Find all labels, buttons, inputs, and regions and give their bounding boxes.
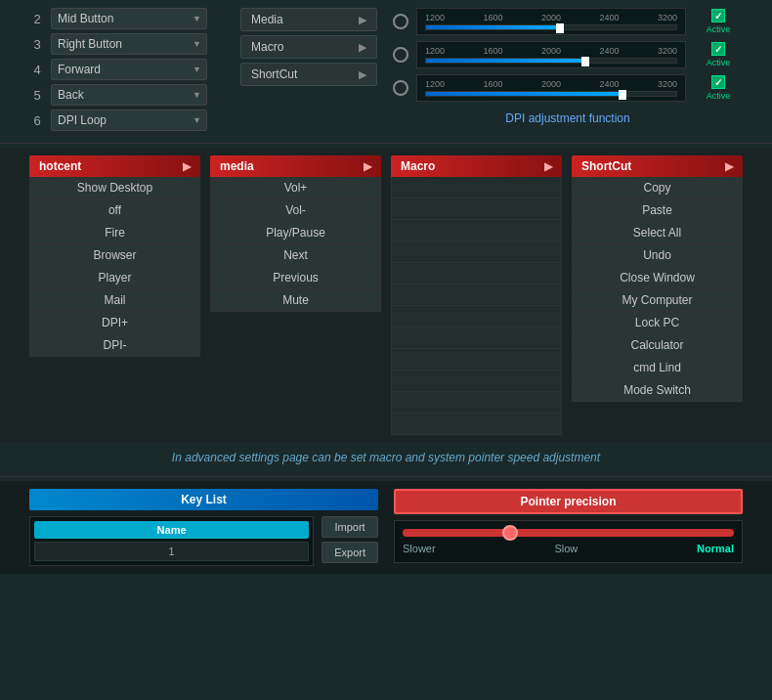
key-row-1[interactable]: 1 xyxy=(34,542,309,561)
dpi-slider-3[interactable]: 1200 1600 2000 2400 3200 xyxy=(416,74,686,102)
active-checkbox-1[interactable] xyxy=(711,9,725,22)
dpi-dot-2 xyxy=(393,47,408,63)
panel-media-header[interactable]: media ▶ xyxy=(210,155,381,177)
button-select-wrapper-5: Back xyxy=(51,84,207,106)
menu-item-player[interactable]: Player xyxy=(29,267,200,289)
button-select-6[interactable]: DPI Loop xyxy=(51,109,207,131)
macro-empty-2 xyxy=(391,198,562,220)
menu-item-next[interactable]: Next xyxy=(210,244,381,267)
menu-item-calculator[interactable]: Calculator xyxy=(572,334,743,357)
menu-item-cmd-lind[interactable]: cmd Lind xyxy=(572,357,743,379)
button-number-2: 2 xyxy=(29,12,45,26)
button-row-4: 4 Forward xyxy=(29,59,225,80)
panel-macro-header[interactable]: Macro ▶ xyxy=(391,155,562,177)
menu-item-dpi-minus[interactable]: DPI- xyxy=(29,334,200,357)
button-row-6: 6 DPI Loop xyxy=(29,109,225,131)
key-list-header: Key List xyxy=(29,489,378,510)
dpi-active-1: Active xyxy=(694,9,743,34)
shortcut-media-arrow: ▶ xyxy=(359,14,366,26)
pointer-panel: Pointer precision Slower Slow Normal xyxy=(394,489,743,566)
dpi-thumb-2[interactable] xyxy=(581,57,589,66)
dpi-row-3: 1200 1600 2000 2400 3200 Active xyxy=(393,74,743,102)
button-number-4: 4 xyxy=(29,63,45,77)
shortcut-macro-arrow: ▶ xyxy=(359,41,366,54)
active-label-2: Active xyxy=(707,58,731,67)
button-select-wrapper-4: Forward xyxy=(51,59,207,80)
macro-empty-4 xyxy=(391,241,562,263)
pointer-thumb[interactable] xyxy=(502,525,518,541)
panel-media-arrow: ▶ xyxy=(364,160,371,173)
dpi-slider-1[interactable]: 1200 1600 2000 2400 3200 xyxy=(416,8,686,35)
menu-item-vol-plus[interactable]: Vol+ xyxy=(210,177,381,199)
macro-empty-11 xyxy=(391,392,562,414)
menu-item-paste[interactable]: Paste xyxy=(572,199,743,222)
dpi-labels-1: 1200 1600 2000 2400 3200 xyxy=(425,13,677,22)
menu-item-browser[interactable]: Browser xyxy=(29,244,200,267)
button-select-3[interactable]: Right Button xyxy=(51,33,207,55)
key-list-panel: Key List Name 1 Import Export xyxy=(29,489,378,566)
menu-item-close-window[interactable]: Close Window xyxy=(572,267,743,289)
menu-item-show-desktop[interactable]: Show Desktop xyxy=(29,177,200,199)
dpi-fill-3 xyxy=(426,92,626,96)
dpi-fill-2 xyxy=(426,59,588,63)
key-actions: Import Export xyxy=(322,516,378,566)
macro-empty-8 xyxy=(391,328,562,349)
shortcut-shortcut[interactable]: ShortCut ▶ xyxy=(240,63,377,86)
menu-item-mail[interactable]: Mail xyxy=(29,289,200,312)
active-checkbox-2[interactable] xyxy=(711,42,725,56)
button-select-2[interactable]: Mid Button xyxy=(51,8,207,29)
menu-item-vol-minus[interactable]: Vol- xyxy=(210,199,381,222)
dpi-track-2 xyxy=(425,58,677,64)
dpi-active-2: Active xyxy=(694,42,743,67)
button-number-5: 5 xyxy=(29,88,45,103)
export-button[interactable]: Export xyxy=(322,542,378,563)
dpi-active-3: Active xyxy=(694,75,743,101)
active-checkbox-3[interactable] xyxy=(711,75,725,89)
dpi-thumb-3[interactable] xyxy=(619,90,626,100)
macro-empty-10 xyxy=(391,371,562,392)
pointer-slider-track[interactable] xyxy=(403,529,734,537)
key-name-header: Name xyxy=(34,521,309,539)
shortcut-shortcut-label: ShortCut xyxy=(251,67,297,81)
info-text: In advanced settings page can be set mac… xyxy=(0,443,772,472)
panel-shortcut-title: ShortCut xyxy=(581,159,631,173)
key-list-body: Name 1 Import Export xyxy=(29,516,378,566)
menu-item-my-computer[interactable]: My Computer xyxy=(572,289,743,312)
macro-empty-9 xyxy=(391,349,562,371)
macro-empty-5 xyxy=(391,263,562,284)
menu-item-select-all[interactable]: Select All xyxy=(572,222,743,244)
dpi-thumb-1[interactable] xyxy=(556,23,564,33)
macro-empty-12 xyxy=(391,414,562,435)
panel-media-title: media xyxy=(220,159,254,173)
button-select-wrapper-3: Right Button xyxy=(51,33,207,55)
import-button[interactable]: Import xyxy=(322,516,378,538)
button-list: 2 Mid Button 3 Right Button 4 Forward xyxy=(29,8,225,131)
button-select-4[interactable]: Forward xyxy=(51,59,207,80)
macro-empty-6 xyxy=(391,284,562,306)
menu-item-off[interactable]: off xyxy=(29,199,200,222)
dpi-labels-2: 1200 1600 2000 2400 3200 xyxy=(425,46,677,56)
panel-hotcent-title: hotcent xyxy=(39,159,81,173)
pointer-header: Pointer precision xyxy=(394,489,743,514)
pointer-body: Slower Slow Normal xyxy=(394,520,743,563)
menu-item-copy[interactable]: Copy xyxy=(572,177,743,199)
menu-item-play-pause[interactable]: Play/Pause xyxy=(210,222,381,244)
menu-item-previous[interactable]: Previous xyxy=(210,267,381,289)
menu-item-mute[interactable]: Mute xyxy=(210,289,381,312)
button-select-wrapper-2: Mid Button xyxy=(51,8,207,29)
macro-empty-3 xyxy=(391,220,562,241)
menu-item-mode-switch[interactable]: Mode Switch xyxy=(572,379,743,402)
menu-item-lock-pc[interactable]: Lock PC xyxy=(572,312,743,334)
shortcut-macro[interactable]: Macro ▶ xyxy=(240,35,377,59)
panel-macro: Macro ▶ xyxy=(391,155,562,435)
panel-hotcent: hotcent ▶ Show Desktop off Fire Browser … xyxy=(29,155,200,435)
menu-item-undo[interactable]: Undo xyxy=(572,244,743,267)
button-select-5[interactable]: Back xyxy=(51,84,207,106)
menu-item-fire[interactable]: Fire xyxy=(29,222,200,244)
macro-empty-7 xyxy=(391,306,562,328)
dpi-slider-2[interactable]: 1200 1600 2000 2400 3200 xyxy=(416,41,686,68)
shortcut-media[interactable]: Media ▶ xyxy=(240,8,377,31)
panel-hotcent-header[interactable]: hotcent ▶ xyxy=(29,155,200,177)
panel-shortcut-header[interactable]: ShortCut ▶ xyxy=(572,155,743,177)
menu-item-dpi-plus[interactable]: DPI+ xyxy=(29,312,200,334)
